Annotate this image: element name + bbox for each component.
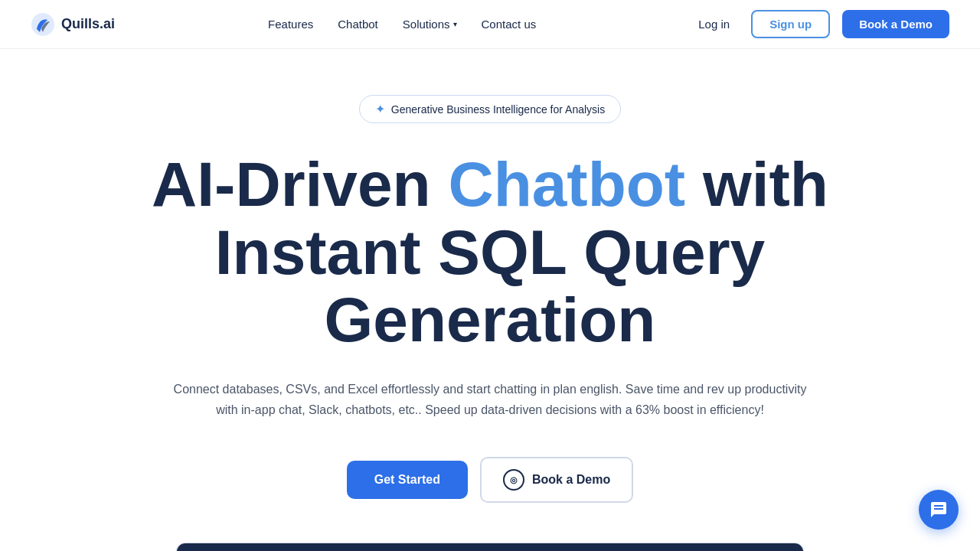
book-demo-label: Book a Demo [532, 473, 610, 487]
logo[interactable]: Quills.ai [31, 12, 115, 37]
badge-text: Generative Business Intelligence for Ana… [391, 103, 605, 116]
hero-cta: Get Started ◎ Book a Demo [347, 457, 634, 503]
hero-title: AI-Driven Chatbot with Instant SQL Query… [145, 151, 835, 354]
hero-section: ✦ Generative Business Intelligence for A… [0, 49, 980, 551]
chat-bubble-button[interactable] [919, 490, 959, 530]
hero-badge: ✦ Generative Business Intelligence for A… [359, 95, 621, 123]
signup-button[interactable]: Sign up [751, 10, 830, 38]
nav-item-chatbot[interactable]: Chatbot [338, 18, 378, 31]
book-demo-nav-button[interactable]: Book a Demo [842, 10, 949, 38]
demo-ring-icon: ◎ [503, 469, 524, 491]
navbar: Quills.ai Features Chatbot Solutions ▾ C… [0, 0, 980, 49]
nav-links: Features Chatbot Solutions ▾ Contact us [268, 18, 536, 31]
nav-actions: Log in Sign up Book a Demo [689, 10, 949, 38]
logo-text: Quills.ai [61, 16, 115, 32]
logo-icon [31, 12, 55, 37]
nav-item-contact[interactable]: Contact us [482, 18, 537, 31]
get-started-button[interactable]: Get Started [347, 461, 468, 499]
preview-bar: Quills.ai Book a Demo Feedback C [177, 543, 803, 551]
hero-title-highlight: Chatbot [448, 149, 685, 219]
nav-item-solutions[interactable]: Solutions ▾ [403, 18, 457, 31]
login-button[interactable]: Log in [689, 11, 739, 37]
chevron-down-icon: ▾ [453, 20, 457, 28]
sparkle-icon: ✦ [375, 102, 385, 116]
chat-icon [929, 500, 948, 519]
nav-item-features[interactable]: Features [268, 18, 313, 31]
book-demo-button[interactable]: ◎ Book a Demo [480, 457, 633, 503]
app-preview: Quills.ai Book a Demo Feedback C [176, 543, 804, 551]
hero-subtitle: Connect databases, CSVs, and Excel effor… [172, 379, 808, 420]
hero-title-part1: AI-Driven [152, 149, 448, 219]
